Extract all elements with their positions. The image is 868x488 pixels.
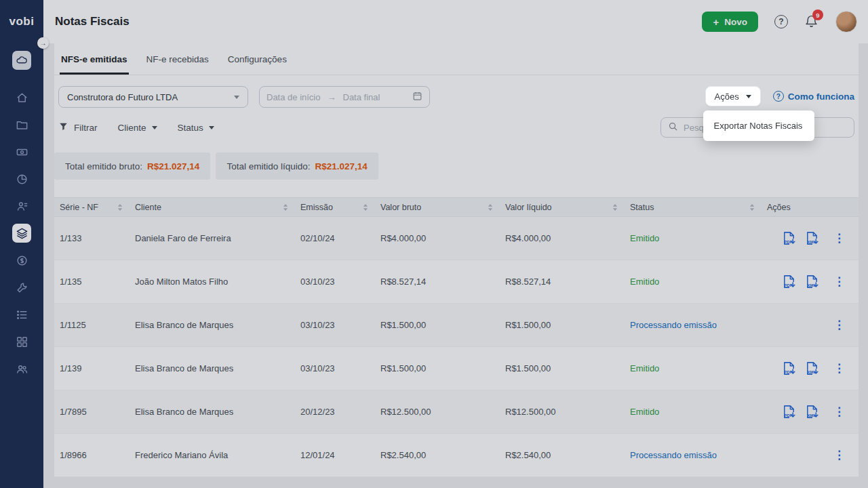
tab-nfse-emitidas[interactable]: NFS-e emitidas (60, 43, 129, 75)
cell-status: Emitido (625, 347, 762, 390)
svg-text:XML: XML (808, 240, 816, 244)
tab-configuracoes[interactable]: Configurações (226, 43, 288, 75)
cell-cliente: Daniela Faro de Ferreira (130, 217, 295, 260)
svg-text:PDF: PDF (785, 413, 793, 418)
menu-item-exportar-notas-fiscais[interactable]: Exportar Notas Fiscais (703, 113, 814, 138)
status-badge: Emitido (630, 233, 659, 243)
cell-status: Processando emissão (625, 304, 762, 347)
download-pdf-icon[interactable]: PDF (781, 361, 797, 376)
sidebar-item-grid[interactable] (12, 332, 31, 351)
cell-acoes: PDFXML⋮ (762, 217, 859, 260)
sort-icon (283, 203, 288, 211)
help-icon[interactable]: ? (774, 15, 788, 28)
cell-emissao: 12/01/24 (295, 434, 375, 477)
cell-serie-nf: 1/7895 (54, 390, 130, 434)
column-header: Ações (762, 198, 859, 217)
novo-button[interactable]: + Novo (702, 12, 758, 32)
row-menu-kebab-icon[interactable]: ⋮ (833, 276, 845, 287)
row-menu-kebab-icon[interactable]: ⋮ (833, 363, 845, 374)
grid-icon (16, 336, 28, 348)
cell-valor-liquido: R$1.500,00 (500, 347, 625, 390)
status-badge: Emitido (630, 407, 659, 417)
cell-cliente: Frederico Mariano Ávila (130, 434, 295, 477)
cell-status: Processando emissão (625, 434, 762, 477)
total-liquido-chip: Total emitido líquido: R$21.027,14 (216, 152, 378, 180)
sidebar-item-list[interactable] (12, 305, 31, 324)
sidebar-item-tools[interactable] (12, 278, 31, 297)
download-pdf-icon[interactable]: PDF (781, 404, 797, 420)
row-menu-kebab-icon[interactable]: ⋮ (833, 232, 845, 244)
table-row[interactable]: 1/133Daniela Faro de Ferreira02/10/24R$4… (54, 217, 859, 260)
status-badge: Emitido (630, 363, 659, 373)
acoes-button[interactable]: Ações (705, 86, 761, 106)
status-filter[interactable]: Status (178, 123, 214, 133)
notas-fiscais-page: vobi (0, 0, 868, 488)
table-row[interactable]: 1/8966Frederico Mariano Ávila12/01/24R$2… (54, 434, 859, 477)
download-xml-icon[interactable]: XML (804, 361, 820, 376)
tab-nfe-recebidas[interactable]: NF-e recebidas (145, 43, 210, 75)
chart-donut-icon (16, 173, 28, 186)
download-xml-icon[interactable]: XML (804, 404, 820, 420)
download-pdf-icon[interactable]: PDF (781, 274, 797, 289)
sidebar-item-cloud[interactable] (12, 51, 31, 70)
notifications-button[interactable]: 9 (804, 14, 819, 29)
sidebar-item-folder[interactable] (12, 115, 31, 134)
cell-emissao: 03/10/23 (295, 304, 375, 347)
filtrar-button[interactable]: Filtrar (58, 121, 98, 134)
download-xml-icon[interactable]: XML (804, 230, 820, 246)
sidebar-item-users[interactable] (12, 359, 31, 378)
column-header[interactable]: Série - NF (54, 198, 130, 217)
sidebar-item-home[interactable] (12, 88, 31, 107)
date-range-input[interactable]: Data de início → Data final (259, 86, 430, 108)
column-header[interactable]: Status (625, 198, 762, 217)
column-header[interactable]: Emissão (295, 198, 375, 217)
row-menu-kebab-icon[interactable]: ⋮ (833, 319, 845, 331)
arrow-right-icon: → (328, 92, 336, 102)
row-menu-kebab-icon[interactable]: ⋮ (833, 406, 845, 418)
row-menu-kebab-icon[interactable]: ⋮ (833, 449, 845, 461)
cell-status: Emitido (625, 390, 762, 434)
table-row[interactable]: 1/7895Elisa Branco de Marques20/12/23R$1… (54, 390, 859, 434)
notification-badge: 9 (812, 9, 823, 20)
users-icon (16, 363, 28, 375)
svg-text:PDF: PDF (785, 370, 793, 374)
como-funciona-link[interactable]: ? Como funciona (773, 91, 854, 102)
download-pdf-icon[interactable]: PDF (781, 230, 797, 246)
svg-text:PDF: PDF (785, 240, 793, 244)
sidebar-expand-button[interactable]: → (37, 37, 49, 49)
table-row[interactable]: 1/139Elisa Branco de Marques03/10/23R$1.… (54, 347, 859, 390)
user-avatar[interactable] (835, 11, 857, 33)
sidebar-item-person[interactable] (12, 197, 31, 216)
svg-text:XML: XML (808, 413, 816, 418)
calendar-icon (412, 91, 422, 103)
cliente-filter[interactable]: Cliente (118, 123, 157, 133)
status-badge: Processando emissão (630, 450, 717, 460)
column-header[interactable]: Cliente (130, 198, 295, 217)
sidebar-item-layers[interactable] (12, 224, 31, 243)
cell-serie-nf: 1/1125 (54, 304, 130, 347)
table-header-row: Série - NFClienteEmissãoValor brutoValor… (54, 198, 859, 217)
cell-serie-nf: 1/135 (54, 260, 130, 304)
total-liquido-value: R$21.027,14 (315, 161, 367, 171)
download-xml-icon[interactable]: XML (804, 274, 820, 289)
question-circle-icon: ? (773, 91, 784, 102)
person-icon (16, 200, 28, 213)
table-row[interactable]: 1/135João Milton Matos Filho03/10/23R$8.… (54, 260, 859, 304)
search-icon (668, 121, 678, 134)
sidebar-item-banknote[interactable] (12, 142, 31, 161)
column-header[interactable]: Valor líquido (500, 198, 625, 217)
table-row[interactable]: 1/1125Elisa Branco de Marques03/10/23R$1… (54, 304, 859, 347)
cell-cliente: Elisa Branco de Marques (130, 304, 295, 347)
cell-emissao: 03/10/23 (295, 260, 375, 304)
banknote-icon (16, 146, 28, 159)
date-end-placeholder: Data final (343, 92, 380, 102)
cell-emissao: 02/10/24 (295, 217, 375, 260)
cell-valor-liquido: R$8.527,14 (500, 260, 625, 304)
date-start-placeholder: Data de início (267, 92, 321, 102)
cell-emissao: 20/12/23 (295, 390, 375, 434)
company-select[interactable]: Construtora do Futuro LTDA (58, 86, 248, 108)
sidebar-item-dollar[interactable] (12, 251, 31, 270)
cell-acoes: ⋮ (762, 434, 859, 477)
column-header[interactable]: Valor bruto (375, 198, 500, 217)
sidebar-item-chart[interactable] (12, 169, 31, 188)
